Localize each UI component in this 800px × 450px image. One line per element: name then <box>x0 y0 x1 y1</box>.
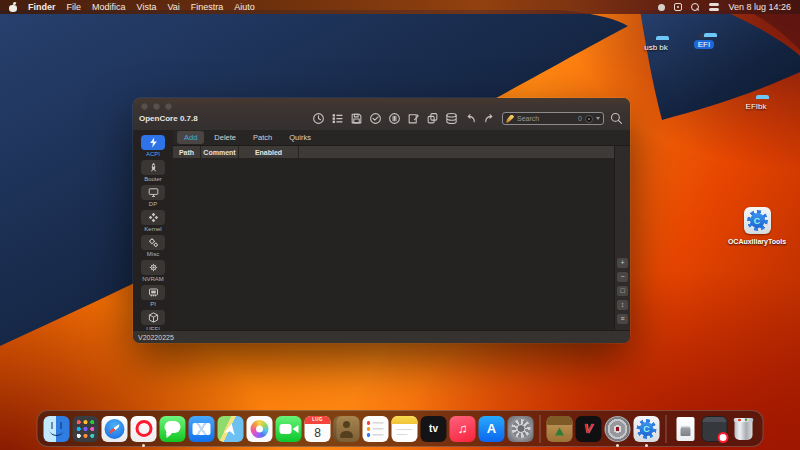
gear-icon <box>141 260 165 275</box>
apple-menu-icon[interactable] <box>9 2 17 12</box>
running-indicator <box>645 444 648 447</box>
column-header-enabled[interactable]: Enabled <box>239 146 299 158</box>
table-body[interactable] <box>173 158 614 330</box>
menubar-extra-icon[interactable] <box>658 4 665 11</box>
window-titlebar[interactable]: OpenCore 0.7.8 Search 0 <box>133 98 630 130</box>
dock-item-facetime[interactable] <box>276 416 302 442</box>
sidebar-item-kernel[interactable]: Kernel <box>135 208 171 233</box>
kernel-icon <box>141 210 165 225</box>
cube-icon <box>141 310 165 325</box>
sidebar-item-misc[interactable]: Misc <box>135 233 171 258</box>
control-center-icon[interactable] <box>709 3 719 11</box>
folder-icon <box>751 96 761 100</box>
dock-divider <box>666 415 667 443</box>
desktop-icon-label: EFI <box>694 40 714 49</box>
chevron-down-icon[interactable] <box>596 117 600 120</box>
dock-item-maps[interactable] <box>218 416 244 442</box>
folder-icon <box>699 34 709 38</box>
select-row-button[interactable]: □ <box>617 286 628 296</box>
menu-item-aiuto[interactable]: Aiuto <box>234 2 255 12</box>
redo-button[interactable] <box>482 111 497 126</box>
desktop-icon-usb-bk[interactable]: usb bk <box>631 37 681 52</box>
dock-item-music[interactable]: ♫ <box>450 416 476 442</box>
dock-item-calendar[interactable]: LUG8 <box>305 416 331 442</box>
dock-item-finder[interactable] <box>44 416 70 442</box>
menu-item-file[interactable]: File <box>67 2 82 12</box>
sync-button[interactable] <box>387 111 402 126</box>
dock-item-disc-tool[interactable] <box>605 416 631 442</box>
validate-button[interactable] <box>368 111 383 126</box>
dock-item-safari[interactable] <box>102 416 128 442</box>
sidebar-item-nvram[interactable]: NVRAM <box>135 258 171 283</box>
history-button[interactable] <box>311 111 326 126</box>
menu-item-vista[interactable]: Vista <box>137 2 157 12</box>
undo-button[interactable] <box>463 111 478 126</box>
column-header-comment[interactable]: Comment <box>201 146 239 158</box>
dock-item-trash[interactable] <box>731 416 757 442</box>
dock-item-mail[interactable] <box>189 416 215 442</box>
dock-item-contacts[interactable] <box>334 416 360 442</box>
row-button-strip: +−□↕≡ <box>614 146 630 330</box>
folder-icon <box>651 37 661 41</box>
search-filter-icon[interactable] <box>585 115 593 123</box>
sidebar-item-booter[interactable]: Booter <box>135 158 171 183</box>
menu-item-vai[interactable]: Vai <box>167 2 179 12</box>
menu-item-modifica[interactable]: Modifica <box>92 2 126 12</box>
zoom-button[interactable] <box>165 103 172 110</box>
dock-item-settings[interactable] <box>508 416 534 442</box>
dock-item-document[interactable] <box>673 416 699 442</box>
dock-item-minimized-window[interactable] <box>702 416 728 442</box>
menu-item-finestra[interactable]: Finestra <box>191 2 224 12</box>
search-placeholder: Search <box>517 115 539 122</box>
dock-item-photos[interactable] <box>247 416 273 442</box>
dock-item-opera[interactable] <box>131 416 157 442</box>
spotlight-icon[interactable] <box>691 3 700 12</box>
search-field[interactable]: Search 0 <box>502 112 604 125</box>
database-button[interactable] <box>444 111 459 126</box>
window-title: OpenCore 0.7.8 <box>139 114 198 123</box>
music-glyph: ♫ <box>450 416 476 442</box>
edit-config-button[interactable] <box>406 111 421 126</box>
export-button[interactable] <box>425 111 440 126</box>
row-menu-button[interactable]: ≡ <box>617 314 628 324</box>
tab-patch[interactable]: Patch <box>246 131 279 144</box>
dock-item-tv[interactable]: tv <box>421 416 447 442</box>
desktop-icon-efibk[interactable]: EFIbk <box>731 96 781 111</box>
sidebar-item-acpi[interactable]: ACPI <box>135 133 171 158</box>
close-button[interactable] <box>141 103 148 110</box>
dock-item-ocauxiliarytools[interactable]: C <box>634 416 660 442</box>
dock-item-notes[interactable] <box>392 416 418 442</box>
tab-delete[interactable]: Delete <box>207 131 243 144</box>
brush-icon <box>506 115 514 123</box>
menu-bar-clock[interactable]: Ven 8 lug 14:26 <box>728 2 791 12</box>
desktop-icon-efi[interactable]: EFI <box>679 34 729 49</box>
calendar-day-label: 8 <box>305 424 331 442</box>
save-button[interactable] <box>349 111 364 126</box>
dock-divider <box>540 415 541 443</box>
sidebar-item-pi[interactable]: PI <box>135 283 171 308</box>
sidebar-item-dp[interactable]: DP <box>135 183 171 208</box>
board-icon <box>141 285 165 300</box>
dock-item-utility[interactable] <box>547 416 573 442</box>
dock-item-appstore[interactable]: A <box>479 416 505 442</box>
move-row-button[interactable]: ↕ <box>617 300 628 310</box>
dock-item-reminders[interactable] <box>363 416 389 442</box>
tab-quirks[interactable]: Quirks <box>282 131 318 144</box>
dock-item-launchpad[interactable] <box>73 416 99 442</box>
desktop-icon-ocauxiliarytools[interactable]: COCAuxiliaryTools <box>724 205 790 245</box>
rocket-icon <box>141 160 165 175</box>
dock-item-v-app[interactable]: V <box>576 416 602 442</box>
opencore-window: OpenCore 0.7.8 Search 0 ACPIBooterDPKern… <box>133 98 630 343</box>
sidebar-item-label: Booter <box>144 176 162 182</box>
column-header-path[interactable]: Path <box>173 146 201 158</box>
dock-item-messages[interactable] <box>160 416 186 442</box>
keyboard-icon[interactable] <box>674 3 682 11</box>
menu-item-finder[interactable]: Finder <box>28 2 56 12</box>
find-button[interactable] <box>609 111 624 126</box>
minimize-button[interactable] <box>153 103 160 110</box>
tab-add[interactable]: Add <box>177 131 204 144</box>
desktop-icon-label: usb bk <box>640 43 672 52</box>
snippets-button[interactable] <box>330 111 345 126</box>
add-row-button[interactable]: + <box>617 258 628 268</box>
remove-row-button[interactable]: − <box>617 272 628 282</box>
